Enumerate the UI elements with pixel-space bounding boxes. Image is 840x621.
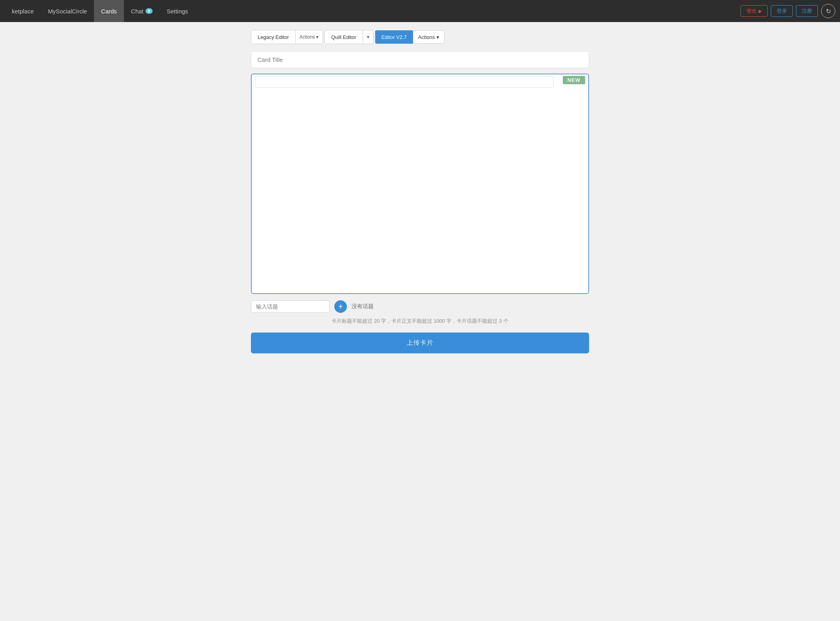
register-button[interactable]: 注册 <box>796 5 818 17</box>
nav-item-chat[interactable]: Chat 8 <box>124 0 160 22</box>
editor-container: NEW <box>251 74 589 294</box>
editorv27-actions-dropdown[interactable]: Actions ▾ <box>413 30 444 44</box>
quill-editor-group: Quill Editor ▾ <box>324 30 374 44</box>
upload-button[interactable]: 上传卡片 <box>251 333 589 353</box>
nav-item-settings[interactable]: Settings <box>160 0 195 22</box>
legacy-editor-group: Legacy Editor Actions ▾ <box>251 30 323 44</box>
nav-links: ketplace MySocialCircle Cards Chat 8 Set… <box>5 0 741 22</box>
topic-section: + 没有话题 <box>251 300 589 313</box>
chevron-down-icon: ▾ <box>316 34 319 40</box>
logout-button[interactable]: 登出 ▶ <box>741 5 768 17</box>
no-topic-text: 没有话题 <box>352 303 374 310</box>
logout-arrow-icon: ▶ <box>759 9 762 14</box>
navbar-right: 登出 ▶ 登录 注册 ↻ <box>741 4 835 18</box>
new-badge: NEW <box>563 76 585 84</box>
nav-item-cards[interactable]: Cards <box>94 0 124 22</box>
nav-item-marketplace[interactable]: ketplace <box>5 0 41 22</box>
hint-text: 卡片标题不能超过 20 字，卡片正文不能超过 1000 字，卡片话题不能超过 3… <box>251 318 589 325</box>
editorv27-tab[interactable]: Editor V2.7 <box>375 30 413 44</box>
quill-actions-dropdown[interactable]: ▾ <box>363 30 373 44</box>
card-title-input[interactable] <box>251 51 589 68</box>
topic-input[interactable] <box>251 300 330 313</box>
quill-editor-tab[interactable]: Quill Editor <box>325 30 363 44</box>
main-content: Legacy Editor Actions ▾ Quill Editor ▾ E… <box>243 22 597 369</box>
login-button[interactable]: 登录 <box>771 5 793 17</box>
navbar: ketplace MySocialCircle Cards Chat 8 Set… <box>0 0 840 22</box>
editorv27-group: Editor V2.7 Actions ▾ <box>375 30 444 44</box>
editor-tabs: Legacy Editor Actions ▾ Quill Editor ▾ E… <box>251 30 589 44</box>
nav-item-mysocialcircle[interactable]: MySocialCircle <box>41 0 94 22</box>
plus-icon: + <box>338 303 343 310</box>
editor-inline-input[interactable] <box>255 76 554 88</box>
chevron-down-icon-3: ▾ <box>437 34 439 40</box>
legacy-editor-tab[interactable]: Legacy Editor <box>251 30 295 44</box>
refresh-button[interactable]: ↻ <box>821 4 835 18</box>
topic-add-button[interactable]: + <box>334 300 347 313</box>
legacy-actions-dropdown[interactable]: Actions ▾ <box>295 30 323 44</box>
editor-text-area: NEW <box>252 74 588 275</box>
chevron-down-icon-2: ▾ <box>367 34 369 40</box>
chat-badge: 8 <box>146 8 153 14</box>
refresh-icon: ↻ <box>826 7 831 15</box>
